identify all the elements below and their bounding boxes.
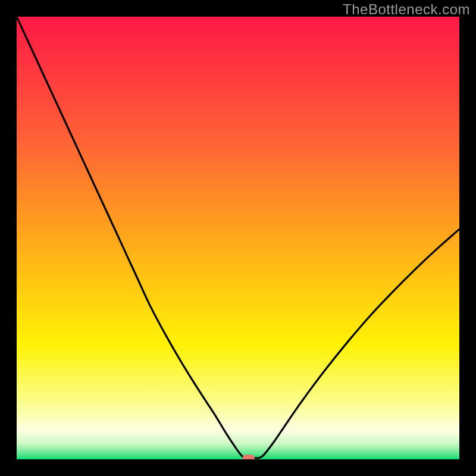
watermark-text: TheBottleneck.com	[343, 1, 470, 18]
bottleneck-chart-svg	[17, 17, 459, 459]
chart-frame: TheBottleneck.com	[0, 0, 476, 476]
optimal-marker	[243, 455, 255, 459]
gradient-background	[17, 17, 459, 459]
plot-area	[17, 17, 459, 459]
